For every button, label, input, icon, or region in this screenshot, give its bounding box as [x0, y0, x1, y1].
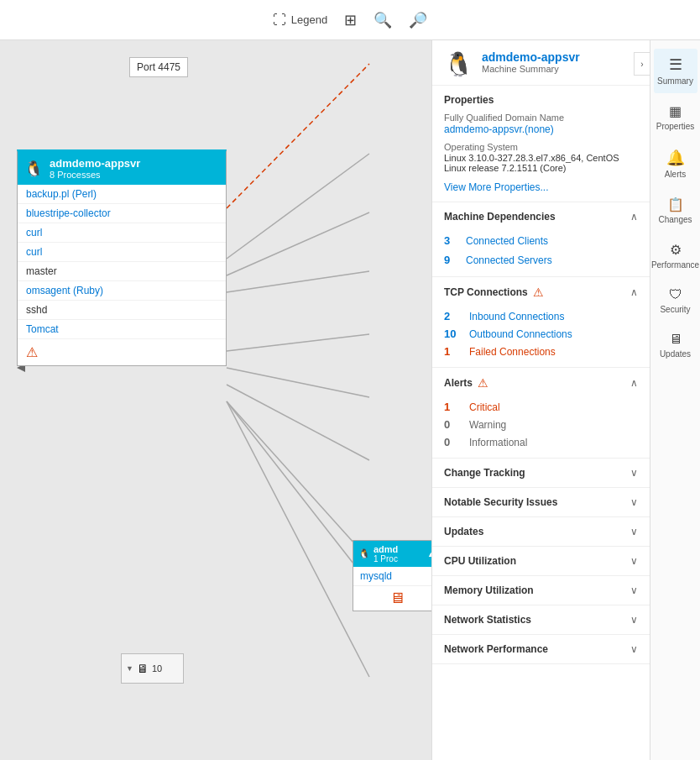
sidebar-summary-label: Summary: [657, 76, 693, 86]
legend-button[interactable]: ⛶ Legend: [273, 13, 327, 28]
network-stats-header[interactable]: Network Statistics ∨: [432, 605, 650, 634]
memory-chevron-icon: ∨: [630, 584, 638, 596]
alerts-title: Alerts: [444, 377, 473, 389]
alerts-body: 1 Critical 0 Warning 0 Informational: [432, 398, 650, 458]
machine2-process[interactable]: mysqld: [353, 567, 431, 586]
remote-nodes-container: ▼ 🖥 10 ▼ 🖥 23 ▼ 🖥 10 ▼ 🖥 23 ▼ 🖥: [121, 131, 184, 405]
failed-label[interactable]: Failed Connections: [469, 346, 556, 358]
panel-machine-name: admdemo-appsvr: [482, 50, 580, 64]
network-perf-section: Network Performance ∨: [432, 635, 650, 664]
fqdn-prop: Fully Qualified Domain Name admdemo-apps…: [432, 111, 650, 140]
sidebar-properties-label: Properties: [656, 122, 695, 132]
cpu-chevron-icon: ∨: [630, 555, 638, 567]
security-issues-header[interactable]: Notable Security Issues ∨: [432, 488, 650, 516]
fit-button[interactable]: ⊞: [344, 11, 357, 29]
zoom-in-button[interactable]: 🔍: [374, 11, 392, 29]
machine-node-secondary[interactable]: 🐧 admd 1 Proc ▲ mysqld 🖥: [353, 540, 431, 611]
info-label[interactable]: Informational: [469, 437, 527, 448]
outbound-count: 10: [444, 328, 461, 340]
memory-title: Memory Utilization: [444, 584, 534, 596]
panel-header: 🐧 admdemo-appsvr Machine Summary: [432, 40, 650, 86]
machine-dependencies-header[interactable]: Machine Dependencies ∧: [432, 202, 650, 231]
remote-node-bottom[interactable]: ▼ 🖥 10: [121, 653, 184, 684]
sidebar-item-summary[interactable]: ☰ Summary: [654, 49, 697, 93]
inbound-label[interactable]: Inbound Connections: [469, 311, 564, 322]
alerts-header[interactable]: Alerts ⚠ ∧: [432, 368, 650, 398]
legend-icon: ⛶: [273, 13, 286, 28]
svg-line-10: [227, 401, 369, 677]
machine-deps-title: Machine Dependencies: [444, 211, 556, 223]
tcp-alert-icon: ⚠: [533, 286, 544, 299]
critical-count: 1: [444, 401, 461, 413]
deps-chevron-icon: ∧: [630, 211, 638, 223]
network-canvas[interactable]: Port 4475 🐧 admdemo-appsvr 8 Processes b…: [0, 40, 431, 760]
tcp-title: TCP Connections: [444, 286, 528, 298]
connections-svg: [0, 40, 431, 760]
connected-clients-row: 3 Connected Clients: [444, 231, 638, 250]
toolbar: ⛶ Legend ⊞ 🔍 🔎: [0, 0, 700, 40]
network-stats-section: Network Statistics ∨: [432, 605, 650, 635]
machine2-monitor: 🖥: [353, 586, 431, 611]
view-more-link[interactable]: View More Properties...: [432, 178, 650, 202]
sidebar-item-updates[interactable]: 🖥 Updates: [654, 325, 697, 366]
updates-chevron-icon: ∨: [630, 526, 638, 537]
network-stats-title: Network Statistics: [444, 614, 531, 626]
critical-label[interactable]: Critical: [469, 401, 500, 413]
warning-triangle-icon: ⚠: [26, 344, 38, 360]
outbound-label[interactable]: Outbound Connections: [469, 328, 572, 340]
sidebar-item-alerts[interactable]: 🔔 Alerts: [654, 142, 697, 186]
memory-header[interactable]: Memory Utilization ∨: [432, 576, 650, 605]
svg-line-0: [227, 64, 369, 208]
warning-label[interactable]: Warning: [469, 419, 506, 431]
sidebar-item-security[interactable]: 🛡 Security: [654, 280, 697, 322]
main-area: Port 4475 🐧 admdemo-appsvr 8 Processes b…: [0, 40, 700, 760]
alerts-chevron-icon: ∧: [630, 377, 638, 389]
tcp-chevron-icon: ∧: [630, 286, 638, 298]
critical-row: 1 Critical: [444, 398, 638, 416]
machine2-header: 🐧 admd 1 Proc ▲: [353, 541, 431, 567]
svg-line-1: [227, 154, 369, 259]
fit-icon: ⊞: [344, 11, 357, 29]
sidebar-item-properties[interactable]: ▦ Properties: [654, 97, 697, 139]
summary-icon: ☰: [669, 55, 682, 74]
change-tracking-section: Change Tracking ∨: [432, 459, 650, 488]
change-tracking-title: Change Tracking: [444, 467, 525, 479]
security-icon: 🛡: [669, 287, 682, 302]
collapse-button[interactable]: ›: [634, 52, 650, 76]
sidebar-item-performance[interactable]: ⚙ Performance: [654, 235, 697, 277]
sidebar: ☰ Summary ▦ Properties 🔔 Alerts 📋 Change…: [650, 40, 700, 760]
svg-line-2: [227, 212, 369, 275]
machine2-name: admd: [374, 544, 398, 554]
security-issues-title: Notable Security Issues: [444, 496, 557, 508]
alerts-alert-icon: ⚠: [478, 376, 488, 390]
updates-section: Updates ∨: [432, 517, 650, 547]
failed-count: 1: [444, 345, 461, 358]
updates-header[interactable]: Updates ∨: [432, 517, 650, 546]
os-value: Linux 3.10.0-327.28.3.el7.x86_64, CentOS…: [444, 153, 638, 173]
legend-label: Legend: [291, 13, 327, 26]
updates-icon: 🖥: [669, 332, 682, 347]
port-node: Port 4475: [129, 57, 188, 77]
inbound-row: 2 Inbound Connections: [444, 307, 638, 325]
properties-section: Properties Fully Qualified Domain Name a…: [432, 86, 650, 202]
cpu-header[interactable]: CPU Utilization ∨: [432, 547, 650, 575]
connected-clients-label[interactable]: Connected Clients: [466, 235, 548, 247]
properties-title: Properties: [432, 86, 650, 111]
network-perf-header[interactable]: Network Performance ∨: [432, 635, 650, 663]
network-perf-title: Network Performance: [444, 643, 548, 655]
machine2-proccount: 1 Proc: [374, 554, 398, 563]
inbound-count: 2: [444, 310, 461, 322]
change-tracking-header[interactable]: Change Tracking ∨: [432, 459, 650, 487]
connected-servers-row: 9 Connected Servers: [444, 250, 638, 270]
tcp-connections-header[interactable]: TCP Connections ⚠ ∧: [432, 277, 650, 307]
tcp-connections-body: 2 Inbound Connections 10 Outbound Connec…: [432, 307, 650, 367]
updates-title: Updates: [444, 526, 483, 537]
connected-servers-label[interactable]: Connected Servers: [466, 254, 552, 266]
security-chevron-icon: ∨: [630, 496, 638, 508]
linux-icon-2: 🐧: [358, 548, 370, 559]
sidebar-item-changes[interactable]: 📋 Changes: [654, 190, 697, 232]
zoom-out-button[interactable]: 🔎: [409, 11, 427, 29]
linux-icon: 🐧: [24, 160, 43, 178]
os-label: Operating System: [444, 142, 638, 152]
security-issues-section: Notable Security Issues ∨: [432, 488, 650, 517]
